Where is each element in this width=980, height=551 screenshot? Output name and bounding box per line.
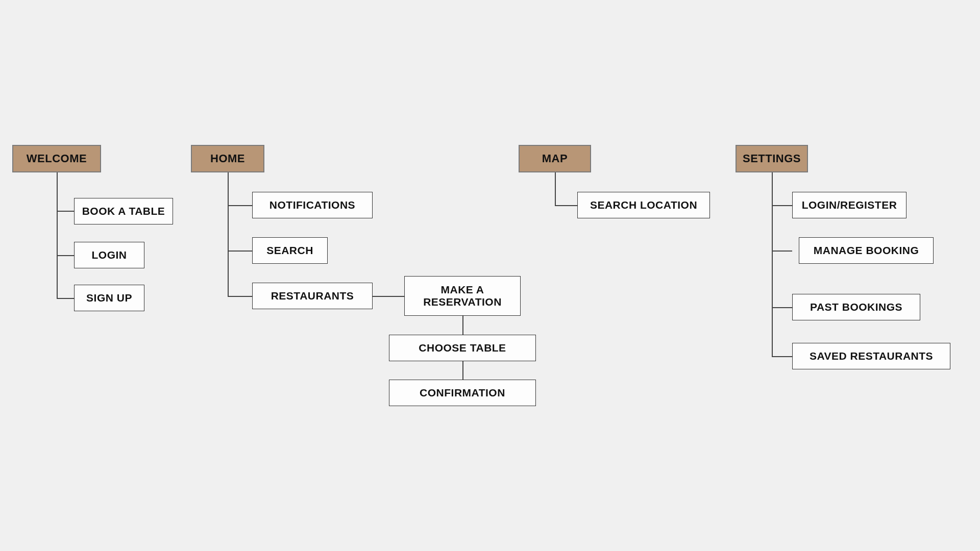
node-sign-up: SIGN UP: [74, 285, 144, 311]
connector: [772, 307, 792, 308]
connector: [57, 211, 74, 212]
sitemap-diagram: WELCOME BOOK A TABLE LOGIN SIGN UP HOME …: [0, 0, 980, 551]
connector: [772, 205, 792, 206]
connector: [228, 296, 252, 297]
node-welcome: WELCOME: [12, 145, 101, 172]
node-saved-restaurants: SAVED RESTAURANTS: [792, 343, 950, 369]
node-past-bookings: PAST BOOKINGS: [792, 294, 920, 320]
node-home: HOME: [191, 145, 264, 172]
node-map: MAP: [519, 145, 591, 172]
connector: [555, 172, 556, 205]
node-make-a-reservation: MAKE A RESERVATION: [404, 276, 521, 316]
connector: [228, 251, 252, 252]
node-choose-table: CHOOSE TABLE: [389, 335, 536, 361]
node-search-location: SEARCH LOCATION: [577, 192, 710, 218]
connector: [555, 205, 577, 206]
node-login-register: LOGIN/REGISTER: [792, 192, 906, 218]
connector: [373, 296, 404, 297]
connector: [462, 316, 463, 335]
connector: [772, 356, 792, 357]
connector: [772, 251, 792, 252]
node-book-a-table: BOOK A TABLE: [74, 198, 173, 224]
node-search: SEARCH: [252, 237, 328, 264]
connector: [57, 255, 74, 256]
node-notifications: NOTIFICATIONS: [252, 192, 373, 218]
node-login: LOGIN: [74, 242, 144, 268]
connector: [228, 172, 229, 297]
connector: [772, 172, 773, 357]
node-manage-booking: MANAGE BOOKING: [799, 237, 934, 264]
connector: [228, 205, 252, 206]
connector: [462, 361, 463, 380]
connector: [57, 172, 58, 298]
connector: [57, 298, 74, 299]
node-settings: SETTINGS: [736, 145, 808, 172]
node-confirmation: CONFIRMATION: [389, 380, 536, 406]
node-restaurants: RESTAURANTS: [252, 283, 373, 309]
